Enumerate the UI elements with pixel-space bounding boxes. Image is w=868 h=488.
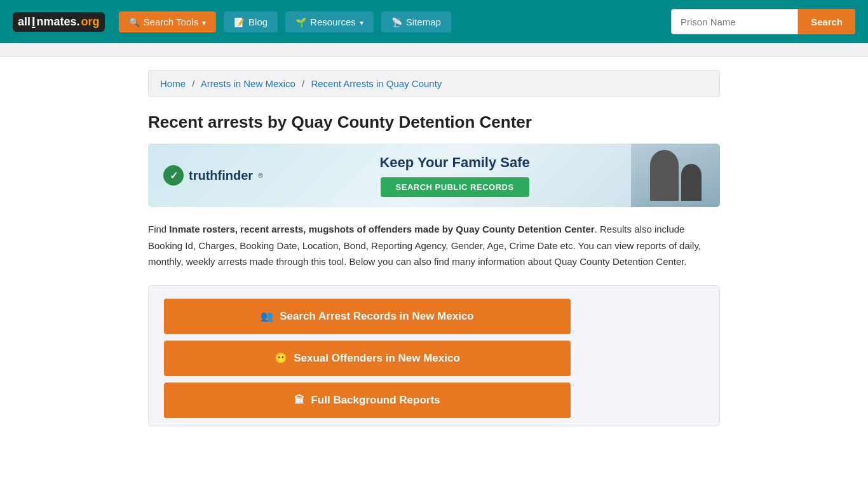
search-arrest-label: Search Arrest Records in New Mexico — [280, 310, 474, 323]
logo-i: I — [32, 15, 36, 29]
body-text: Find Inmate rosters, recent arrests, mug… — [148, 221, 720, 270]
ad-banner[interactable]: ✓ truthfinder ® Keep Your Family Safe SE… — [148, 144, 720, 207]
cta-section: Search Arrest Records in New Mexico Sexu… — [148, 285, 720, 426]
chevron-down-icon — [202, 17, 206, 27]
blog-label: Blog — [248, 17, 268, 27]
breadcrumb: Home / Arrests in New Mexico / Recent Ar… — [148, 70, 720, 97]
logo-org: org — [81, 15, 100, 29]
page-title: Recent arrests by Quay County Detention … — [148, 112, 720, 132]
ad-center: Keep Your Family Safe SEARCH PUBLIC RECO… — [278, 154, 631, 197]
resources-label: Resources — [310, 17, 356, 27]
resources-button[interactable]: Resources — [285, 11, 374, 32]
breadcrumb-sep-1: / — [192, 78, 194, 89]
header-search: Search — [671, 9, 855, 34]
sitemap-icon — [391, 17, 402, 27]
header-search-button[interactable]: Search — [798, 9, 855, 34]
ad-brand-name: truthfinder — [189, 168, 253, 183]
prison-name-input[interactable] — [671, 9, 798, 34]
search-btn-label: Search — [811, 17, 843, 27]
resources-icon — [295, 17, 306, 27]
sitemap-label: Sitemap — [406, 17, 441, 27]
body-bold: Inmate rosters, recent arrests, mugshots… — [169, 224, 594, 234]
people-icon — [261, 310, 273, 323]
ad-silhouette — [645, 145, 707, 206]
search-arrest-records-button[interactable]: Search Arrest Records in New Mexico — [164, 299, 571, 334]
ad-reg-symbol: ® — [258, 172, 263, 179]
logo-nmates: nmates. — [37, 15, 80, 29]
main-content: Home / Arrests in New Mexico / Recent Ar… — [135, 57, 733, 439]
blog-button[interactable]: Blog — [224, 11, 278, 32]
site-header: all I nmates. org Search Tools Blog Reso… — [0, 0, 868, 43]
blog-icon — [234, 17, 245, 27]
logo[interactable]: all I nmates. org — [13, 12, 105, 32]
search-tools-label: Search Tools — [144, 17, 198, 27]
body-intro: Find — [148, 224, 169, 234]
tf-icon: ✓ — [163, 165, 184, 186]
sexual-offenders-label: Sexual Offenders in New Mexico — [294, 352, 460, 365]
breadcrumb-sep-2: / — [302, 78, 304, 89]
ad-cta-button[interactable]: SEARCH PUBLIC RECORDS — [381, 177, 529, 197]
sexual-offenders-button[interactable]: Sexual Offenders in New Mexico — [164, 341, 571, 376]
breadcrumb-home[interactable]: Home — [160, 78, 186, 89]
full-background-reports-button[interactable]: Full Background Reports — [164, 383, 571, 418]
search-tools-button[interactable]: Search Tools — [119, 11, 216, 32]
search-icon — [129, 17, 140, 27]
chevron-down-icon-resources — [360, 17, 363, 27]
breadcrumb-current: Recent Arrests in Quay County — [311, 78, 442, 89]
ad-image — [631, 144, 720, 207]
face-icon — [275, 352, 287, 365]
ad-headline: Keep Your Family Safe — [379, 154, 529, 171]
breadcrumb-arrests-nm[interactable]: Arrests in New Mexico — [201, 78, 295, 89]
sub-header-bar — [0, 43, 868, 57]
logo-all: all — [18, 15, 31, 29]
ad-brand-area: ✓ truthfinder ® — [148, 154, 278, 197]
background-reports-label: Full Background Reports — [311, 394, 440, 407]
sitemap-button[interactable]: Sitemap — [381, 11, 451, 32]
adult-silhouette — [650, 150, 679, 201]
truthfinder-logo: ✓ truthfinder ® — [163, 165, 263, 186]
child-silhouette — [681, 164, 702, 201]
building-icon — [294, 394, 304, 407]
